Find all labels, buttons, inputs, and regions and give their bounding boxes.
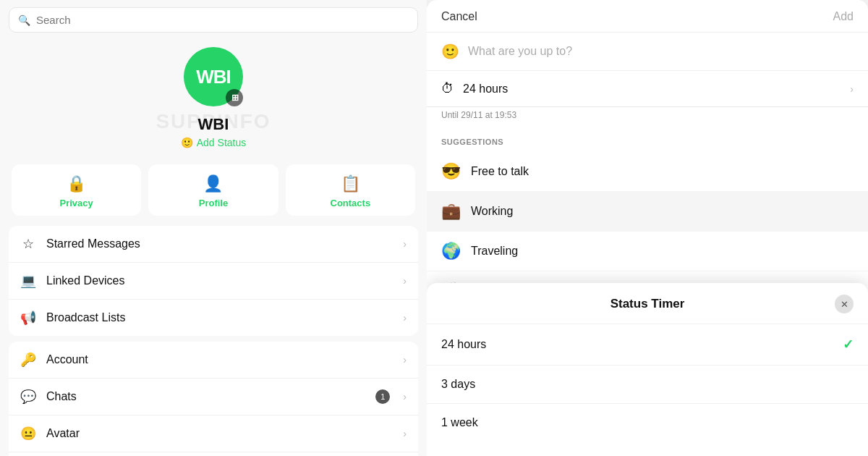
avatar-icon: 😐 bbox=[20, 426, 36, 442]
until-text: Until 29/11 at 19:53 bbox=[427, 107, 868, 127]
avatar-item[interactable]: 😐 Avatar › bbox=[9, 415, 418, 452]
timer-chevron-icon: › bbox=[850, 83, 854, 95]
contacts-icon: 📋 bbox=[341, 174, 360, 193]
menu-group-2: 🔑 Account › 💬 Chats 1 › 😐 Avatar › 🔔 Not… bbox=[9, 342, 418, 456]
search-icon: 🔍 bbox=[18, 14, 30, 26]
option-3-days[interactable]: 3 days bbox=[427, 366, 868, 404]
notifications-item[interactable]: 🔔 Notifications › bbox=[9, 452, 418, 456]
what-up-row[interactable]: 🙂 What are you up to? bbox=[427, 33, 868, 71]
suggestion-traveling[interactable]: 🌍 Traveling bbox=[427, 232, 868, 271]
suggestions-label: SUGGESTIONS bbox=[427, 127, 868, 152]
close-icon: ✕ bbox=[841, 299, 848, 310]
left-panel: 🔍 WBI ⊞ SUPPINFO WBI 🙂 Add Status bbox=[0, 0, 427, 456]
option-24-hours[interactable]: 24 hours ✓ bbox=[427, 324, 868, 366]
contacts-button[interactable]: 📋 Contacts bbox=[286, 164, 415, 216]
traveling-icon: 🌍 bbox=[441, 242, 461, 261]
linked-devices-item[interactable]: 💻 Linked Devices › bbox=[9, 263, 418, 300]
privacy-icon: 🔒 bbox=[67, 174, 86, 193]
modal-close-button[interactable]: ✕ bbox=[835, 295, 854, 313]
chevron-icon: › bbox=[403, 275, 407, 287]
suggestion-free-to-talk[interactable]: 😎 Free to talk bbox=[427, 152, 868, 192]
smiley-icon: 🙂 bbox=[441, 43, 459, 60]
broadcast-icon: 📢 bbox=[20, 310, 36, 326]
add-status-button[interactable]: 🙂 Add Status bbox=[181, 137, 247, 148]
status-timer-modal: Status Timer ✕ 24 hours ✓ 3 days 1 week bbox=[427, 283, 868, 456]
modal-title: Status Timer bbox=[460, 297, 835, 311]
quick-actions-bar: 🔒 Privacy 👤 Profile 📋 Contacts bbox=[12, 164, 415, 216]
timer-row[interactable]: ⏱ 24 hours › bbox=[427, 71, 868, 107]
chats-badge: 1 bbox=[375, 389, 390, 404]
account-item[interactable]: 🔑 Account › bbox=[9, 342, 418, 379]
starred-messages-item[interactable]: ☆ Starred Messages › bbox=[9, 226, 418, 263]
suggestion-working[interactable]: 💼 Working bbox=[427, 192, 868, 232]
qr-icon: ⊞ bbox=[231, 93, 238, 103]
chats-item[interactable]: 💬 Chats 1 › bbox=[9, 379, 418, 415]
add-status-icon: 🙂 bbox=[181, 137, 193, 148]
right-panel: Cancel Add 🙂 What are you up to? ⏱ 24 ho… bbox=[427, 0, 868, 456]
qr-badge: ⊞ bbox=[226, 89, 243, 106]
chevron-icon: › bbox=[403, 428, 407, 439]
search-input[interactable] bbox=[36, 14, 409, 26]
add-button[interactable]: Add bbox=[833, 10, 854, 23]
profile-button[interactable]: 👤 Profile bbox=[148, 164, 278, 216]
laptop-icon: 💻 bbox=[20, 273, 36, 289]
search-bar[interactable]: 🔍 bbox=[9, 7, 418, 33]
option-1-week[interactable]: 1 week bbox=[427, 404, 868, 442]
status-header: Cancel Add bbox=[427, 0, 868, 33]
free-talk-icon: 😎 bbox=[441, 162, 461, 181]
menu-group-1: ☆ Starred Messages › 💻 Linked Devices › … bbox=[9, 226, 418, 336]
broadcast-lists-item[interactable]: 📢 Broadcast Lists › bbox=[9, 300, 418, 336]
chevron-icon: › bbox=[403, 312, 407, 324]
key-icon: 🔑 bbox=[20, 352, 36, 368]
username-label: WBI bbox=[0, 115, 427, 134]
chevron-icon: › bbox=[403, 238, 407, 250]
check-icon: ✓ bbox=[843, 337, 854, 352]
working-icon: 💼 bbox=[441, 202, 461, 221]
chevron-icon: › bbox=[403, 391, 407, 402]
cancel-button[interactable]: Cancel bbox=[441, 10, 477, 23]
modal-header: Status Timer ✕ bbox=[427, 283, 868, 324]
privacy-button[interactable]: 🔒 Privacy bbox=[12, 164, 141, 216]
profile-icon: 👤 bbox=[203, 174, 223, 193]
chat-icon: 💬 bbox=[20, 389, 36, 405]
chevron-icon: › bbox=[403, 354, 407, 366]
star-icon: ☆ bbox=[20, 236, 36, 252]
profile-section: WBI ⊞ SUPPINFO WBI 🙂 Add Status bbox=[0, 37, 427, 156]
avatar: WBI ⊞ bbox=[184, 47, 243, 106]
timer-icon: ⏱ bbox=[441, 81, 454, 96]
